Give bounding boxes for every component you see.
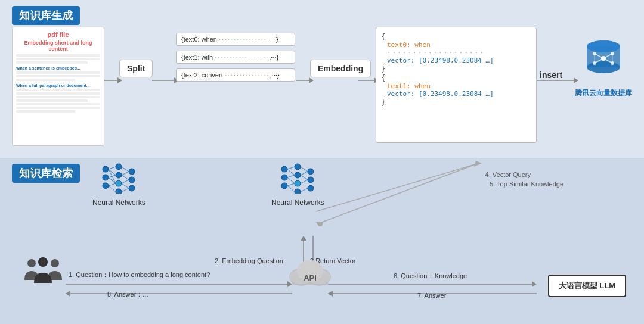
pdf-line: [16, 99, 88, 102]
embed-brace-open: {: [381, 32, 531, 41]
chunk-0: {text0: when ···················}: [176, 33, 295, 46]
main-container: 知识库生成 pdf file Embedding short and long …: [0, 0, 644, 324]
svg-line-44: [122, 175, 129, 180]
embed-result-box: { text0: when ··················· vector…: [376, 27, 537, 143]
svg-line-60: [287, 175, 295, 177]
svg-line-35: [109, 167, 116, 169]
svg-line-66: [301, 175, 308, 180]
embed-vector1: vector: [0.23498,0.23084 …]: [387, 90, 531, 98]
pdf-line: [16, 103, 100, 105]
flow-label-5: 5. Top Similar Knowledge: [490, 180, 564, 188]
svg-line-63: [287, 186, 295, 192]
svg-point-48: [281, 166, 287, 172]
svg-marker-5: [309, 77, 314, 83]
top-section: 知识库生成 pdf file Embedding short and long …: [0, 0, 644, 158]
svg-point-32: [129, 169, 135, 175]
svg-point-28: [116, 164, 122, 170]
svg-point-50: [281, 183, 287, 189]
chunk-0-dots: ···················: [219, 36, 276, 43]
embed-text1: text1: when: [387, 82, 531, 90]
svg-point-69: [27, 259, 36, 267]
flow-label-2: 2. Embedding Question: [215, 257, 283, 264]
svg-point-26: [103, 175, 109, 180]
split-box: Split: [119, 60, 153, 77]
svg-point-56: [308, 177, 314, 183]
svg-marker-81: [532, 281, 537, 287]
svg-line-39: [109, 177, 116, 183]
svg-line-68: [301, 188, 308, 192]
svg-line-43: [122, 172, 129, 175]
arrow-split-chunks: [152, 74, 179, 86]
svg-point-70: [51, 259, 59, 267]
arrow-8: [66, 288, 292, 299]
bottom-section-title: 知识库检索: [12, 164, 80, 183]
api-cloud: API: [286, 256, 334, 300]
chunk-1-key: {text1: with: [181, 54, 215, 61]
chunk-1: {text1: with ··················,···}: [176, 51, 295, 64]
pdf-line: [16, 79, 75, 81]
svg-point-33: [129, 177, 135, 183]
chunk-2-close: ,···}: [270, 71, 280, 79]
chunk-2-dots: ···············: [225, 71, 270, 79]
pdf-section: When a full paragraph or document...: [16, 83, 100, 88]
llm-label: 大语言模型 LLM: [559, 281, 615, 290]
chunk-0-close: }: [276, 36, 278, 43]
svg-line-65: [301, 172, 308, 175]
svg-line-45: [122, 180, 129, 183]
svg-line-59: [287, 169, 295, 175]
svg-point-53: [295, 180, 301, 186]
embed-vector0: vector: [0.23498,0.23084 …]: [387, 57, 531, 64]
api-label: API: [286, 273, 334, 282]
svg-line-58: [287, 167, 295, 169]
pdf-line: [16, 58, 100, 60]
pdf-document: pdf file Embedding short and long conten…: [12, 27, 104, 146]
svg-point-52: [295, 172, 301, 178]
chunk-1-close: ,···}: [269, 54, 278, 61]
flow-label-6: 6. Question + Knowledge: [394, 272, 467, 279]
db-label: 腾讯云向量数据库: [575, 88, 632, 98]
svg-point-27: [103, 183, 109, 189]
embed-brace-mid2: {: [381, 73, 531, 82]
pdf-section: When a sentence is embedded...: [16, 66, 100, 70]
people-icon: [21, 256, 66, 291]
pdf-line: [16, 61, 88, 64]
database-icon: 腾讯云向量数据库: [575, 36, 632, 98]
svg-line-61: [287, 177, 295, 183]
chunk-2: {text2: convert ···············,···}: [176, 68, 295, 82]
chunks-box: {text0: when ···················} {text1…: [176, 33, 295, 86]
svg-line-41: [109, 186, 116, 192]
flow-label-7: 7. Answer: [417, 292, 446, 299]
pdf-line: [16, 75, 100, 77]
embed-text0: text0: when ···················: [387, 41, 531, 57]
chunk-2-key: {text2: convert: [181, 71, 225, 79]
top-section-title: 知识库生成: [12, 6, 80, 25]
flow-label-4: 4. Vector Query: [485, 171, 531, 178]
pdf-label: pdf file: [16, 31, 100, 38]
pdf-line: [16, 96, 100, 98]
embed-brace-mid1: }: [381, 64, 531, 73]
flow-label-1: 1. Question：How to embedding a long cont…: [69, 270, 210, 279]
svg-line-36: [109, 169, 116, 175]
nn1-label: Neural Networks: [92, 198, 145, 207]
svg-line-67: [301, 180, 308, 183]
pdf-line: [16, 110, 75, 113]
svg-point-29: [116, 172, 122, 178]
pdf-title: Embedding short and long content: [16, 40, 100, 52]
svg-point-57: [308, 185, 314, 191]
svg-marker-77: [301, 236, 306, 241]
svg-point-34: [129, 185, 135, 191]
svg-marker-87: [316, 222, 323, 226]
svg-marker-1: [117, 77, 122, 83]
svg-point-51: [295, 164, 301, 170]
svg-line-64: [301, 167, 308, 172]
svg-line-40: [109, 183, 116, 186]
svg-point-54: [295, 189, 301, 194]
bottom-section: 知识库检索: [0, 158, 644, 324]
pdf-line: [16, 92, 100, 95]
arrow-5: [316, 161, 483, 226]
chunk-1-dots: ··················: [215, 54, 269, 61]
pdf-line: [16, 107, 100, 109]
svg-line-47: [122, 188, 129, 192]
svg-point-25: [103, 166, 109, 172]
svg-line-86: [319, 164, 477, 223]
